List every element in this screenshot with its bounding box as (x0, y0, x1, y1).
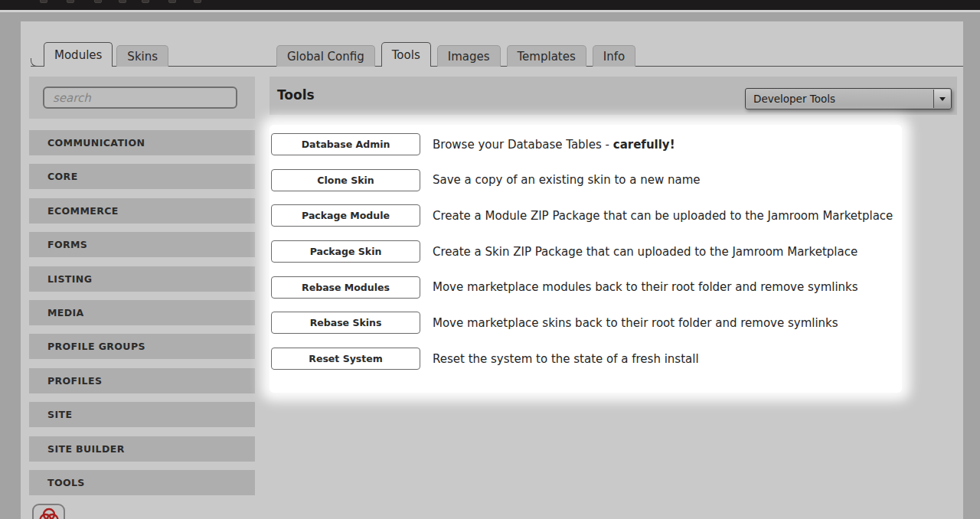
tool-description-bold: carefully! (613, 138, 675, 152)
module-category-list: COMMUNICATION CORE ECOMMERCE FORMS LISTI… (29, 130, 255, 495)
topbar-icon-1[interactable] (40, 0, 47, 3)
select-arrow-button[interactable] (933, 90, 950, 108)
tool-row: Rebase Modules Move marketplace modules … (270, 276, 902, 299)
tool-description: Save a copy of an existing skin to a new… (433, 173, 701, 187)
tool-description: Create a Skin ZIP Package that can uploa… (433, 245, 858, 259)
sidebar-item-media[interactable]: MEDIA (29, 300, 255, 325)
tool-description-text: Save a copy of an existing skin to a new… (433, 173, 701, 187)
package-module-button[interactable]: Package Module (271, 204, 420, 227)
chevron-down-icon (939, 97, 946, 101)
tab-skins[interactable]: Skins (116, 45, 168, 67)
topbar-icon-2[interactable] (67, 0, 74, 3)
tab-global-config[interactable]: Global Config (276, 45, 375, 67)
jamroom-logo-icon (38, 508, 60, 519)
tool-row: Database Admin Browse your Database Tabl… (270, 133, 902, 155)
tool-description-text: Move marketplace skins back to their roo… (433, 316, 838, 330)
tool-description: Move marketplace skins back to their roo… (433, 316, 838, 330)
admin-panel-container: Modules Skins Global Config Tools Images… (21, 21, 963, 519)
rebase-modules-button[interactable]: Rebase Modules (271, 276, 420, 299)
topbar-icon-3[interactable] (94, 0, 102, 3)
tool-row: Rebase Skins Move marketplace skins back… (270, 312, 902, 334)
sidebar-item-communication[interactable]: COMMUNICATION (29, 130, 255, 155)
tool-category-selected-value: Developer Tools (753, 89, 835, 109)
sidebar-item-tools[interactable]: TOOLS (29, 470, 255, 495)
tab-group-left: Modules Skins (44, 42, 168, 67)
sidebar-search-box (29, 77, 255, 119)
tool-row: Clone Skin Save a copy of an existing sk… (270, 169, 902, 191)
tab-strip: Modules Skins Global Config Tools Images… (31, 43, 963, 67)
tool-description-text: Create a Skin ZIP Package that can uploa… (433, 245, 858, 259)
search-input[interactable] (43, 86, 237, 109)
tool-description-text: Create a Module ZIP Package that can be … (433, 209, 893, 223)
tab-modules[interactable]: Modules (44, 42, 113, 67)
topbar-icon-5[interactable] (142, 0, 149, 3)
tool-row: Reset System Reset the system to the sta… (270, 348, 902, 370)
tool-description: Move marketplace modules back to their r… (433, 280, 858, 294)
topbar-icon-7[interactable] (194, 0, 201, 3)
tab-templates[interactable]: Templates (507, 45, 586, 67)
jamroom-logo-button[interactable] (32, 504, 65, 519)
package-skin-button[interactable]: Package Skin (271, 240, 420, 263)
clone-skin-button[interactable]: Clone Skin (271, 169, 420, 191)
sidebar-item-site[interactable]: SITE (29, 402, 255, 427)
developer-tools-panel: Database Admin Browse your Database Tabl… (270, 125, 902, 393)
tool-description-text: Move marketplace modules back to their r… (433, 280, 858, 294)
tab-tools[interactable]: Tools (381, 42, 431, 67)
page-title: Tools (277, 87, 315, 103)
tool-category-select[interactable]: Developer Tools (745, 88, 952, 109)
tab-images[interactable]: Images (437, 45, 501, 67)
sidebar-item-profile-groups[interactable]: PROFILE GROUPS (29, 334, 255, 359)
top-menu-bar (0, 0, 980, 12)
tool-description-text: Reset the system to the state of a fresh… (433, 352, 699, 366)
tool-description: Create a Module ZIP Package that can be … (433, 209, 893, 223)
database-admin-button[interactable]: Database Admin (271, 133, 420, 155)
sidebar-item-profiles[interactable]: PROFILES (29, 368, 255, 393)
reset-system-button[interactable]: Reset System (271, 348, 420, 370)
sidebar-item-core[interactable]: CORE (29, 164, 255, 189)
sidebar-item-ecommerce[interactable]: ECOMMERCE (29, 198, 255, 224)
topbar-icon-4[interactable] (119, 0, 126, 3)
sidebar-item-listing[interactable]: LISTING (29, 266, 255, 292)
tab-info[interactable]: Info (593, 45, 635, 67)
main-header-bar: Tools Developer Tools (270, 77, 957, 115)
topbar-icon-6[interactable] (168, 0, 176, 3)
tool-row: Package Skin Create a Skin ZIP Package t… (270, 240, 902, 263)
tool-description: Reset the system to the state of a fresh… (433, 352, 699, 366)
tool-description: Browse your Database Tables - carefully! (433, 138, 675, 152)
tool-description-text: Browse your Database Tables - (433, 138, 613, 152)
tab-group-right: Global Config Tools Images Templates Inf… (276, 42, 635, 67)
sidebar-item-site-builder[interactable]: SITE BUILDER (29, 436, 255, 462)
sidebar-item-forms[interactable]: FORMS (29, 232, 255, 257)
tool-row: Package Module Create a Module ZIP Packa… (270, 204, 902, 227)
rebase-skins-button[interactable]: Rebase Skins (271, 312, 420, 334)
